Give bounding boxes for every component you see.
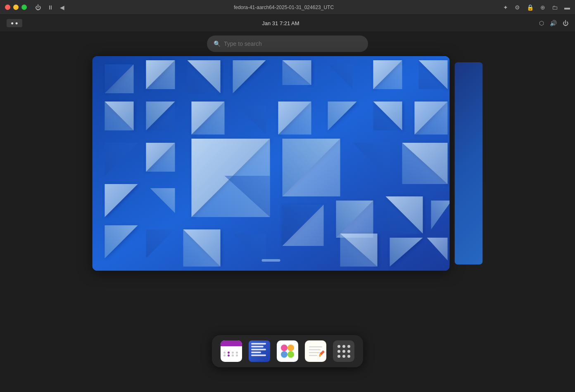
settings-icon[interactable]: ⚙ xyxy=(515,4,520,11)
topbar-datetime[interactable]: Jan 31 7:21 AM xyxy=(262,20,299,26)
grid-dot xyxy=(347,350,350,353)
grid-dot xyxy=(337,355,340,358)
workspace-side-wallpaper xyxy=(455,62,483,264)
doc-line xyxy=(251,343,266,345)
notes-icon xyxy=(249,340,270,362)
topbar-right: ⬡ 🔊 ⏻ xyxy=(539,20,568,26)
svg-rect-59 xyxy=(278,342,297,360)
svg-rect-65 xyxy=(309,346,322,347)
calendar-icon-header xyxy=(221,340,242,346)
search-bar-container: 🔍 xyxy=(207,35,368,52)
close-button[interactable] xyxy=(5,5,10,10)
dock-item-calendar[interactable] xyxy=(219,339,243,363)
editor-icon xyxy=(305,340,326,362)
search-icon: 🔍 xyxy=(214,40,221,47)
workspace-side[interactable] xyxy=(455,62,483,264)
titlebar-right-icons: ✦ ⚙ 🔒 ⊕ 🗀 ▬ xyxy=(503,4,570,11)
dock-item-launcher[interactable] xyxy=(332,339,356,363)
store-icon xyxy=(277,340,298,362)
wallpaper xyxy=(93,56,450,271)
workspace-container xyxy=(93,56,483,271)
titlebar-left-icons: ⏻ ⏸ ◀ xyxy=(35,4,64,11)
calendar-icon xyxy=(221,340,242,362)
grid-dot xyxy=(342,345,345,348)
doc-line xyxy=(251,349,266,350)
display-icon[interactable]: ▬ xyxy=(564,4,570,11)
doc-line xyxy=(251,346,264,347)
titlebar-title: fedora-41-aarch64-2025-01-31_024623_UTC xyxy=(64,5,503,10)
grid-dot xyxy=(342,350,345,353)
topbar-network-icon[interactable]: ⬡ xyxy=(539,20,544,26)
svg-point-63 xyxy=(288,351,294,358)
grid-dot xyxy=(347,355,350,358)
calendar-icon-body xyxy=(221,346,242,362)
maximize-button[interactable] xyxy=(21,5,27,10)
doc-line xyxy=(251,354,266,356)
network-icon[interactable]: ⊕ xyxy=(540,4,545,11)
launcher-icon xyxy=(333,340,354,362)
lock-icon[interactable]: 🔒 xyxy=(527,4,534,11)
svg-point-62 xyxy=(281,351,288,358)
svg-rect-58 xyxy=(262,259,280,262)
svg-rect-67 xyxy=(309,352,322,353)
cal-dot xyxy=(223,352,226,354)
topbar: ● ● Jan 31 7:21 AM ⬡ 🔊 ⏻ xyxy=(0,15,575,31)
brightness-icon[interactable]: ✦ xyxy=(503,4,508,11)
grid-dot xyxy=(337,350,340,353)
doc-line xyxy=(251,352,261,353)
minimize-button[interactable] xyxy=(13,5,19,10)
back-icon[interactable]: ◀ xyxy=(60,4,64,11)
activities-button[interactable]: ● ● xyxy=(7,19,22,27)
cal-dot xyxy=(228,352,230,354)
calendar-icon-dots xyxy=(223,352,239,357)
cal-dot xyxy=(232,352,234,354)
dock xyxy=(212,335,363,367)
svg-rect-66 xyxy=(309,349,321,350)
svg-point-61 xyxy=(288,345,294,351)
topbar-power-icon[interactable]: ⏻ xyxy=(563,20,568,26)
svg-point-60 xyxy=(281,345,288,351)
dock-item-store[interactable] xyxy=(276,339,299,363)
topbar-volume-icon[interactable]: 🔊 xyxy=(550,20,557,26)
search-area: 🔍 xyxy=(0,31,575,52)
svg-rect-68 xyxy=(309,355,317,356)
workspace-main[interactable] xyxy=(93,56,450,271)
grid-dot xyxy=(342,355,345,358)
dock-item-notes[interactable] xyxy=(247,339,271,363)
power-icon[interactable]: ⏻ xyxy=(35,4,41,11)
window-controls xyxy=(5,5,27,10)
cal-dot xyxy=(232,354,234,357)
titlebar: ⏻ ⏸ ◀ fedora-41-aarch64-2025-01-31_02462… xyxy=(0,0,575,15)
activities-label: ● ● xyxy=(11,20,18,26)
pause-icon[interactable]: ⏸ xyxy=(48,4,53,11)
search-input[interactable] xyxy=(224,40,361,47)
grid-dot xyxy=(337,345,340,348)
cal-dot xyxy=(236,354,238,357)
cal-dot xyxy=(236,352,238,354)
topbar-left: ● ● xyxy=(7,19,22,27)
folder-icon[interactable]: 🗀 xyxy=(552,4,558,11)
cal-dot xyxy=(223,354,226,357)
dock-item-editor[interactable] xyxy=(304,339,328,363)
grid-dot xyxy=(347,345,350,348)
cal-dot xyxy=(228,354,230,357)
